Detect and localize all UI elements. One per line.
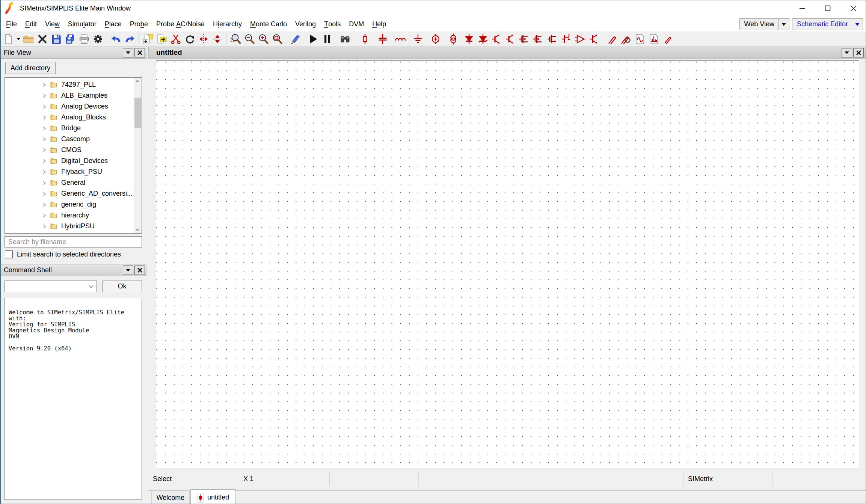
place-current-source-icon[interactable] — [427, 33, 444, 45]
chevron-right-icon[interactable] — [42, 180, 47, 186]
place-zener-diode-icon[interactable] — [476, 33, 490, 45]
tree-item[interactable]: Analog Devices — [5, 101, 133, 112]
tree-item[interactable]: HybridPSU — [5, 221, 133, 232]
place-buffer-icon[interactable] — [573, 33, 587, 45]
chevron-right-icon[interactable] — [42, 137, 47, 142]
schematic-canvas[interactable] — [156, 60, 859, 468]
search-filename-input[interactable] — [5, 236, 142, 247]
menu-file[interactable]: File — [2, 17, 21, 32]
tree-item[interactable]: Cascomp — [5, 134, 133, 145]
print-icon[interactable] — [77, 33, 91, 45]
add-directory-button[interactable]: Add directory — [5, 62, 56, 74]
panel-close-button[interactable] — [853, 48, 864, 57]
tree-item[interactable]: ALB_Examples — [5, 90, 133, 101]
place-ground-icon[interactable] — [409, 33, 427, 45]
tree-item[interactable]: generic_dig — [5, 199, 133, 210]
flip-horizontal-axis-icon[interactable] — [210, 33, 224, 45]
ok-button[interactable]: Ok — [102, 281, 142, 292]
tree-item[interactable]: Digital_Devices — [5, 155, 133, 166]
chevron-down-icon[interactable] — [852, 23, 863, 26]
chevron-right-icon[interactable] — [42, 191, 47, 196]
place-inductor-icon[interactable] — [391, 33, 409, 45]
tree-item[interactable]: General — [5, 177, 133, 188]
close-button[interactable] — [840, 0, 866, 17]
place-current-probe-icon[interactable] — [619, 33, 633, 45]
menu-monte-carlo[interactable]: Monte Carlo — [246, 17, 291, 32]
flip-vertical-axis-icon[interactable] — [196, 33, 210, 45]
place-bidirectional-switch-icon[interactable] — [587, 33, 601, 45]
undo-icon[interactable] — [109, 33, 123, 45]
scrollbar-thumb[interactable] — [134, 98, 141, 128]
run-simulation-icon[interactable] — [306, 33, 320, 45]
find-part-icon[interactable] — [338, 33, 352, 45]
panel-menu-button[interactable] — [123, 266, 133, 275]
menu-verilog[interactable]: Verilog — [291, 17, 320, 32]
chevron-right-icon[interactable] — [42, 213, 47, 218]
new-schematic-dropdown-icon[interactable] — [15, 33, 21, 45]
draw-wire-icon[interactable] — [288, 33, 302, 45]
tree-item[interactable]: hierarchy — [5, 210, 133, 221]
panel-close-button[interactable] — [134, 48, 145, 57]
chevron-down-icon[interactable] — [87, 282, 95, 290]
menu-edit[interactable]: Edit — [21, 17, 41, 32]
chevron-right-icon[interactable] — [42, 158, 47, 164]
place-resistor-icon[interactable] — [356, 33, 374, 45]
rotate-icon[interactable] — [183, 33, 196, 45]
menu-help[interactable]: Help — [368, 17, 390, 32]
menu-place[interactable]: Place — [101, 17, 126, 32]
place-pnp-icon[interactable] — [504, 33, 517, 45]
tree-scrollbar[interactable] — [134, 78, 142, 233]
tree-item[interactable]: CMOS — [5, 145, 133, 155]
cut-icon[interactable] — [169, 33, 183, 45]
panel-menu-button[interactable] — [842, 48, 852, 57]
chevron-right-icon[interactable] — [42, 126, 47, 131]
panel-menu-button[interactable] — [123, 48, 133, 57]
save-all-icon[interactable] — [63, 33, 77, 45]
limit-search-checkbox[interactable] — [5, 250, 13, 258]
tree-item[interactable]: Analog_Blocks — [5, 112, 133, 123]
copy-icon[interactable] — [141, 33, 155, 45]
settings-gear-icon[interactable] — [91, 33, 105, 45]
pause-simulation-icon[interactable] — [320, 33, 334, 45]
tree-item[interactable] — [5, 232, 133, 234]
close-schematic-icon[interactable] — [35, 33, 49, 45]
chevron-right-icon[interactable] — [42, 202, 47, 207]
place-voltage-source-icon[interactable] — [444, 33, 462, 45]
place-nmos-icon[interactable] — [517, 33, 531, 45]
tab-untitled[interactable]: untitled — [190, 489, 235, 504]
menu-simulator[interactable]: Simulator — [64, 17, 101, 32]
menu-view[interactable]: View — [41, 17, 64, 32]
place-diode-icon[interactable] — [462, 33, 476, 45]
menu-dvm[interactable]: DVM — [345, 17, 368, 32]
tab-welcome[interactable]: Welcome — [151, 491, 190, 504]
menu-probe[interactable]: Probe — [126, 17, 152, 32]
chevron-right-icon[interactable] — [42, 224, 47, 229]
chevron-down-icon[interactable] — [778, 23, 789, 26]
new-schematic-icon[interactable] — [2, 33, 15, 45]
maximize-button[interactable] — [815, 0, 840, 17]
zoom-area-icon[interactable] — [270, 33, 284, 45]
place-small-probe-icon[interactable] — [661, 33, 674, 45]
open-file-icon[interactable] — [21, 33, 35, 45]
chevron-right-icon[interactable] — [42, 104, 47, 109]
place-npn-icon[interactable] — [490, 33, 504, 45]
place-waveform-probe-icon[interactable] — [633, 33, 647, 45]
schematic-editor-dropdown[interactable]: Schematic Editor — [792, 18, 863, 30]
place-pmos-icon[interactable] — [531, 33, 545, 45]
chevron-right-icon[interactable] — [42, 93, 47, 98]
scroll-down-icon[interactable] — [134, 226, 142, 233]
tree-item[interactable]: Flyback_PSU — [5, 166, 133, 177]
scroll-up-icon[interactable] — [134, 78, 142, 85]
place-thyristor-icon[interactable] — [559, 33, 573, 45]
paste-icon[interactable] — [155, 33, 169, 45]
tree-item[interactable]: Bridge — [5, 123, 133, 134]
place-igbt-icon[interactable] — [545, 33, 559, 45]
chevron-right-icon[interactable] — [42, 169, 47, 175]
tree-item[interactable]: 74297_PLL — [5, 79, 133, 90]
tree-item[interactable]: Generic_AD_conversi... — [5, 188, 133, 199]
minimize-button[interactable] — [789, 0, 815, 17]
save-icon[interactable] — [49, 33, 63, 45]
chevron-right-icon[interactable] — [42, 82, 47, 88]
menu-probe-ac-noise[interactable]: Probe AC/Noise — [152, 17, 209, 32]
shell-output[interactable]: Welcome to SIMetrix/SIMPLIS Elitewith:Ve… — [5, 298, 142, 500]
